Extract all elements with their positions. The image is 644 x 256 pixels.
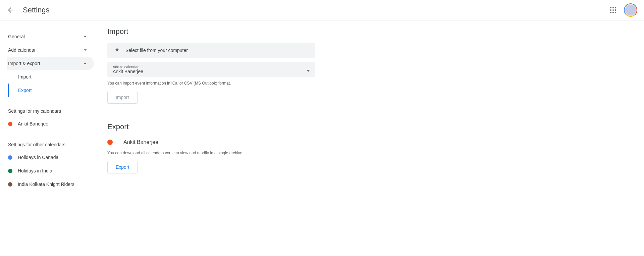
export-button-label: Export (116, 164, 129, 170)
chevron-down-icon (82, 47, 89, 53)
back-arrow-icon[interactable] (7, 6, 15, 14)
dropdown-triangle-icon (307, 68, 310, 71)
svg-point-2 (615, 7, 616, 8)
chevron-down-icon (82, 33, 89, 40)
upload-icon (114, 47, 120, 53)
add-to-calendar-select[interactable]: Add to calendar Ankit Banerjee (107, 62, 315, 77)
calendar-color-dot (107, 140, 113, 145)
avatar[interactable] (624, 3, 637, 17)
svg-point-8 (615, 12, 616, 13)
calendar-item[interactable]: Holidays in India (7, 164, 94, 177)
import-helper-text: You can import event information in iCal… (107, 81, 362, 86)
svg-point-1 (612, 7, 614, 8)
calendar-color-dot (8, 155, 12, 160)
select-file-label: Select file from your computer (125, 48, 188, 53)
export-section: Export Ankit Banerjee You can download a… (107, 122, 362, 173)
export-section-title: Export (107, 122, 362, 131)
svg-point-6 (610, 12, 611, 13)
apps-grid-icon[interactable] (606, 3, 620, 17)
calendar-item-label: Holidays in India (18, 168, 52, 173)
chevron-up-icon (82, 60, 89, 67)
sidebar-subitem-label: Export (18, 88, 32, 93)
sidebar-section-my-calendars: Settings for my calendars Ankit Banerjee (7, 105, 94, 131)
sidebar-heading-other-calendars: Settings for other calendars (7, 139, 94, 151)
calendar-item-label: Holidays in Canada (18, 155, 58, 160)
sidebar-item-label: Add calendar (8, 47, 36, 53)
sidebar-item-general[interactable]: General (7, 30, 94, 43)
import-section-title: Import (107, 27, 362, 36)
calendar-color-dot (8, 122, 12, 126)
export-calendar-label: Ankit Banerjee (123, 139, 158, 145)
select-file-button[interactable]: Select file from your computer (107, 43, 315, 58)
sidebar-subitem-export[interactable]: Export (8, 84, 94, 97)
import-section: Import Select file from your computer Ad… (107, 27, 362, 104)
sidebar-subitem-label: Import (18, 74, 32, 80)
sidebar-item-label: General (8, 34, 25, 39)
export-helper-text: You can download all calendars you can v… (107, 151, 362, 155)
calendar-item-label: Ankit Banerjee (18, 121, 48, 126)
select-field-text: Add to calendar Ankit Banerjee (113, 65, 143, 74)
svg-point-5 (615, 9, 616, 11)
calendar-item[interactable]: Ankit Banerjee (7, 117, 94, 131)
svg-point-3 (610, 9, 611, 11)
header-right (606, 3, 637, 17)
sidebar-subitem-import[interactable]: Import (8, 70, 94, 84)
select-value: Ankit Banerjee (113, 69, 143, 74)
sidebar-item-import-export[interactable]: Import & export (7, 57, 94, 70)
select-label: Add to calendar (113, 65, 143, 69)
export-calendar-row: Ankit Banerjee (107, 138, 362, 147)
sidebar-item-add-calendar[interactable]: Add calendar (7, 43, 94, 57)
calendar-color-dot (8, 169, 12, 173)
sidebar-section-other-calendars: Settings for other calendars Holidays in… (7, 139, 94, 191)
calendar-item-label: India Kolkata Knight Riders (18, 182, 74, 187)
svg-point-7 (612, 12, 614, 13)
page-title: Settings (23, 6, 50, 14)
calendar-item[interactable]: Holidays in Canada (7, 151, 94, 164)
header-left: Settings (7, 6, 50, 14)
svg-point-4 (612, 9, 614, 11)
calendar-color-dot (8, 182, 12, 187)
sidebar: General Add calendar Import & export Imp… (0, 27, 94, 202)
export-button[interactable]: Export (107, 161, 138, 173)
sidebar-heading-my-calendars: Settings for my calendars (7, 105, 94, 117)
sidebar-section-main: General Add calendar Import & export Imp… (7, 30, 94, 97)
content: General Add calendar Import & export Imp… (0, 20, 644, 202)
import-button[interactable]: Import (107, 91, 138, 104)
calendar-item[interactable]: India Kolkata Knight Riders (7, 177, 94, 191)
import-button-label: Import (116, 95, 129, 100)
header: Settings (0, 0, 644, 20)
main: Import Select file from your computer Ad… (94, 27, 376, 202)
sidebar-item-label: Import & export (8, 61, 40, 66)
svg-point-0 (610, 7, 611, 8)
